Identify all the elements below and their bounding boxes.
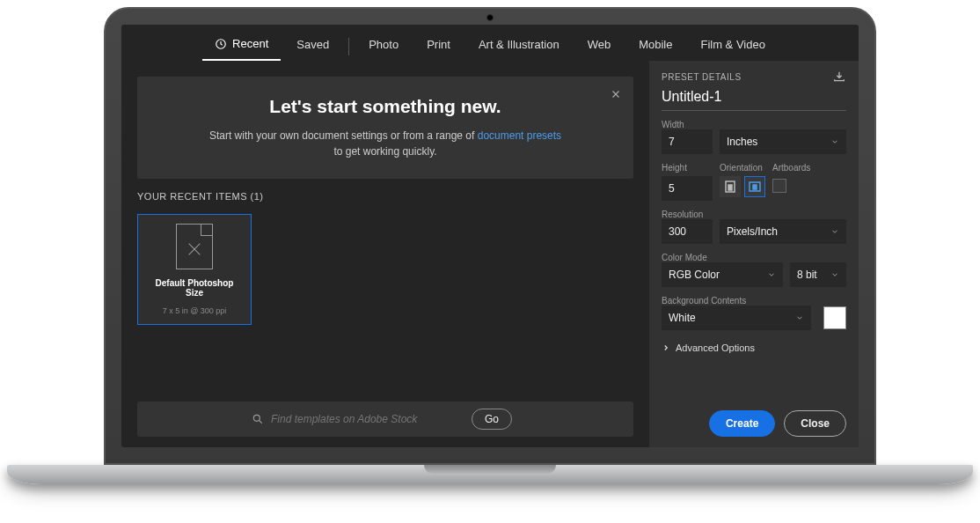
width-unit-select[interactable]: Inches: [720, 129, 846, 154]
recent-items-grid: Default Photoshop Size 7 x 5 in @ 300 pp…: [137, 214, 633, 325]
background-contents-label: Background Contents: [662, 296, 846, 306]
banner-title: Let's start something new.: [158, 96, 612, 117]
background-color-swatch[interactable]: [823, 306, 846, 329]
tab-web[interactable]: Web: [575, 33, 624, 60]
laptop-base: [7, 465, 973, 484]
save-preset-button[interactable]: [832, 70, 846, 84]
chevron-down-icon: [795, 313, 804, 322]
create-button[interactable]: Create: [709, 410, 775, 437]
tab-print[interactable]: Print: [414, 33, 463, 60]
app-window: Recent Saved Photo Print Art & Illustrat…: [121, 25, 859, 447]
chevron-down-icon: [830, 227, 839, 236]
close-button[interactable]: Close: [784, 410, 846, 437]
tab-mobile[interactable]: Mobile: [626, 33, 684, 60]
orientation-portrait-button[interactable]: [720, 176, 741, 197]
document-presets-link[interactable]: document presets: [478, 129, 561, 142]
tab-film[interactable]: Film & Video: [688, 33, 777, 60]
intro-banner: Let's start something new. Start with yo…: [137, 77, 633, 179]
tab-recent[interactable]: Recent: [202, 32, 281, 61]
preset-details-label: PRESET DETAILS: [662, 72, 742, 82]
card-subtitle: 7 x 5 in @ 300 ppi: [163, 306, 227, 315]
portrait-icon: [725, 180, 735, 193]
color-mode-select[interactable]: RGB Color: [662, 262, 783, 287]
card-title: Default Photoshop Size: [147, 278, 242, 298]
recent-items-header: YOUR RECENT ITEMS (1): [137, 191, 633, 202]
resolution-input[interactable]: [662, 219, 713, 244]
resolution-label: Resolution: [662, 210, 846, 219]
close-banner-button[interactable]: [607, 85, 625, 103]
banner-text: Start with your own document settings or…: [158, 128, 612, 159]
chevron-right-icon: [662, 343, 670, 352]
artboards-checkbox[interactable]: [772, 179, 786, 193]
svg-rect-3: [728, 185, 732, 190]
stock-search-bar: Go: [137, 401, 633, 437]
chevron-down-icon: [830, 137, 839, 146]
clock-icon: [215, 38, 227, 50]
document-name-input[interactable]: Untitled-1: [662, 89, 846, 111]
chevron-down-icon: [767, 270, 776, 279]
background-contents-select[interactable]: White: [662, 306, 811, 330]
go-button[interactable]: Go: [472, 409, 512, 430]
width-label: Width: [662, 120, 846, 129]
preset-details-panel: PRESET DETAILS Untitled-1 Width Inches H…: [649, 61, 859, 447]
resolution-unit-select[interactable]: Pixels/Inch: [720, 219, 846, 244]
color-mode-label: Color Mode: [662, 253, 846, 262]
artboards-label: Artboards: [772, 163, 810, 173]
orientation-landscape-button[interactable]: [744, 176, 765, 197]
chevron-down-icon: [830, 270, 839, 279]
stock-search-input[interactable]: [271, 413, 464, 425]
recent-item-card[interactable]: Default Photoshop Size 7 x 5 in @ 300 pp…: [137, 214, 252, 325]
document-icon: [176, 224, 213, 269]
bit-depth-select[interactable]: 8 bit: [790, 262, 846, 287]
tab-recent-label: Recent: [232, 37, 268, 50]
camera-dot-icon: [486, 14, 494, 21]
width-input[interactable]: [662, 129, 713, 154]
download-icon: [832, 70, 846, 84]
height-label: Height: [662, 163, 713, 173]
close-icon: [610, 88, 622, 100]
laptop-frame: Recent Saved Photo Print Art & Illustrat…: [104, 7, 876, 465]
orientation-label: Orientation: [720, 163, 765, 173]
height-input[interactable]: [662, 176, 713, 201]
svg-point-1: [253, 415, 260, 421]
document-type-tabs: Recent Saved Photo Print Art & Illustrat…: [121, 25, 859, 61]
tab-saved[interactable]: Saved: [284, 33, 341, 60]
tab-art[interactable]: Art & Illustration: [466, 33, 572, 60]
search-icon: [252, 413, 264, 425]
advanced-options-toggle[interactable]: Advanced Options: [662, 343, 846, 353]
landscape-icon: [749, 181, 761, 192]
main-area: Let's start something new. Start with yo…: [121, 61, 649, 447]
tab-photo[interactable]: Photo: [356, 33, 411, 60]
svg-rect-5: [753, 185, 757, 189]
tab-separator: [348, 38, 349, 55]
